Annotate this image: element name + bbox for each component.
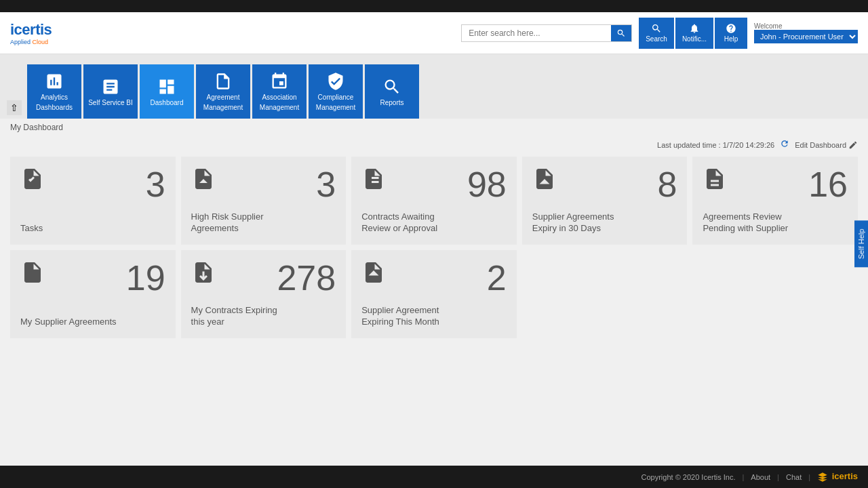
supplier-expiry-number: 8 (657, 167, 677, 202)
my-supplier-label: My Supplier Agreements (20, 317, 165, 328)
welcome-area: Welcome John - Procurement User (754, 22, 858, 43)
analytics-icon (45, 72, 64, 91)
logo-sub: Applied Cloud (10, 39, 52, 45)
edit-dashboard-button[interactable]: Edit Dashboard (795, 140, 858, 150)
tasks-icon (20, 167, 45, 193)
nav-item-selfservice[interactable]: Self Service BI (83, 64, 138, 119)
breadcrumb: My Dashboard (0, 119, 868, 136)
search-input[interactable] (462, 25, 611, 41)
contracts-awaiting-icon (361, 167, 386, 193)
high-risk-label: High Risk Supplier Agreements (191, 211, 336, 235)
tile-high-risk[interactable]: 3 High Risk Supplier Agreements (181, 157, 347, 245)
tile-supplier-expiring[interactable]: 2 Supplier Agreement Expiring This Month (351, 250, 517, 338)
nav-item-association[interactable]: Association Management (252, 64, 307, 119)
my-supplier-icon (20, 260, 45, 287)
dashboard-header: Last updated time : 1/7/20 14:29:26 Edit… (0, 136, 868, 153)
supplier-expiring-label: Supplier Agreement Expiring This Month (361, 305, 507, 328)
help-button[interactable]: Help (715, 18, 747, 49)
nav-item-reports[interactable]: Reports (365, 64, 419, 119)
contracts-awaiting-number: 98 (467, 167, 507, 202)
nav-item-dashboard[interactable]: Dashboard (140, 64, 194, 119)
my-contracts-label: My Contracts Expiring this year (191, 305, 336, 328)
logo-area: icertis Applied Cloud (10, 21, 52, 45)
search-action-button[interactable]: Search (639, 18, 674, 49)
bell-icon (689, 23, 700, 34)
top-bar (0, 0, 868, 12)
high-risk-icon (191, 167, 216, 193)
supplier-expiring-number: 2 (487, 260, 507, 296)
compliance-icon (326, 72, 345, 91)
last-updated: Last updated time : 1/7/20 14:29:26 (657, 141, 774, 149)
tile-supplier-expiry[interactable]: 8 Supplier Agreements Expiry in 30 Days (522, 157, 688, 245)
edit-icon (848, 140, 858, 150)
association-icon (270, 72, 289, 91)
dashboard-content: 3 Tasks 3 High Risk Supplier Agreements (0, 153, 868, 354)
supplier-expiry-icon (532, 167, 557, 193)
tile-agreements-review[interactable]: 16 Agreements Review Pending with Suppli… (692, 157, 858, 245)
my-supplier-number: 19 (126, 260, 165, 296)
search-button[interactable] (611, 25, 631, 41)
tasks-number: 3 (146, 167, 165, 202)
tiles-row-2: 19 My Supplier Agreements 278 My Contrac… (10, 250, 858, 338)
notifications-button[interactable]: Notific... (675, 18, 713, 49)
nav-item-agreement[interactable]: Agreement Management (196, 64, 250, 119)
supplier-expiry-label: Supplier Agreements Expiry in 30 Days (532, 211, 677, 235)
welcome-text: Welcome (754, 22, 858, 30)
refresh-button[interactable] (780, 139, 789, 150)
reports-icon (382, 77, 401, 96)
tile-tasks[interactable]: 3 Tasks (10, 157, 176, 245)
my-contracts-icon (191, 260, 216, 287)
search-icon (616, 28, 626, 38)
high-risk-number: 3 (316, 167, 336, 202)
supplier-expiring-icon (361, 260, 386, 287)
agreement-icon (214, 72, 233, 91)
agreements-review-icon (703, 167, 727, 193)
dashboard-icon (157, 77, 176, 96)
nav-items: Analytics Dashboards Self Service BI Das… (27, 64, 419, 119)
user-select[interactable]: John - Procurement User (754, 30, 858, 43)
agreements-review-label: Agreements Review Pending with Supplier (703, 211, 848, 235)
my-contracts-number: 278 (277, 260, 336, 296)
selfservice-icon (101, 77, 120, 96)
help-icon (726, 23, 736, 34)
nav-item-analytics[interactable]: Analytics Dashboards (27, 64, 81, 119)
tile-empty-1 (522, 250, 688, 338)
logo-text: icertis (10, 21, 52, 39)
tile-my-contracts[interactable]: 278 My Contracts Expiring this year (181, 250, 347, 338)
tile-empty-2 (692, 250, 858, 338)
nav-bar: ⇧ Analytics Dashboards Self Service BI D… (0, 54, 868, 119)
tiles-row-1: 3 Tasks 3 High Risk Supplier Agreements (10, 157, 858, 245)
search-area (461, 24, 632, 42)
tile-contracts-awaiting[interactable]: 98 Contracts Awaiting Review or Approval (351, 157, 517, 245)
self-help-button[interactable]: Self Help (854, 221, 868, 268)
nav-item-compliance[interactable]: Compliance Management (309, 64, 363, 119)
refresh-icon (780, 139, 789, 148)
nav-up-button[interactable]: ⇧ (7, 100, 22, 115)
header-actions: Search Notific... Help (639, 18, 747, 49)
tile-my-supplier[interactable]: 19 My Supplier Agreements (10, 250, 176, 338)
contracts-awaiting-label: Contracts Awaiting Review or Approval (361, 211, 507, 235)
search-box (461, 24, 632, 42)
agreements-review-number: 16 (808, 167, 848, 202)
search-action-icon (651, 23, 662, 34)
tasks-label: Tasks (20, 223, 165, 235)
header: icertis Applied Cloud Search Notific... … (0, 12, 868, 54)
